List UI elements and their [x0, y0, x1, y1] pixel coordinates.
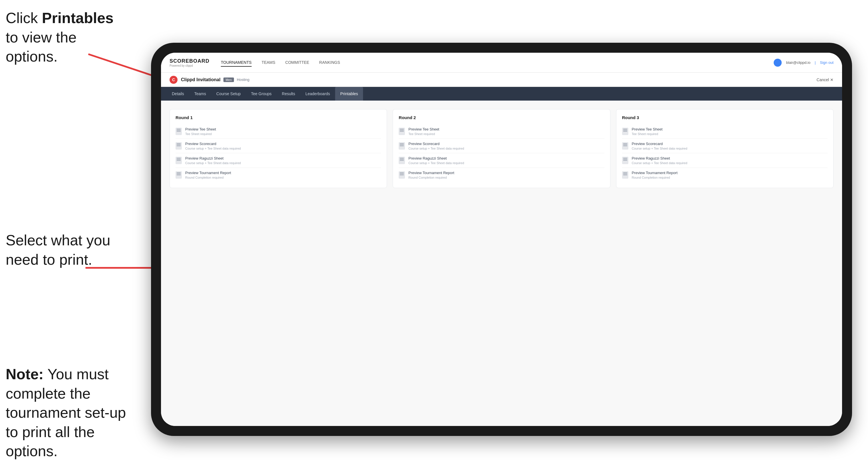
r1-tournament-report-subtitle: Round Completion required [185, 176, 231, 179]
r2-tournament-report-icon [399, 171, 405, 179]
r2-scorecard-title: Preview Scorecard [408, 142, 464, 146]
r3-tournament-report-title: Preview Tournament Report [632, 171, 678, 175]
rounds-grid: Round 1 Preview Tee Sheet Tee Sheet requ… [169, 109, 834, 188]
r3-tee-sheet-subtitle: Tee Sheet required [632, 132, 662, 136]
instruction-bottom: Note: You must complete the tournament s… [6, 365, 128, 461]
r1-tournament-report[interactable]: Preview Tournament Report Round Completi… [176, 168, 381, 182]
nav-teams[interactable]: TEAMS [261, 59, 275, 67]
top-nav: SCOREBOARD Powered by clippd TOURNAMENTS… [161, 53, 842, 73]
r3-raguzzi-icon [622, 157, 628, 164]
top-nav-links: TOURNAMENTS TEAMS COMMITTEE RANKINGS [221, 59, 774, 67]
r1-tee-sheet[interactable]: Preview Tee Sheet Tee Sheet required [176, 124, 381, 139]
r2-tee-sheet-icon [399, 128, 405, 135]
sub-header: C Clippd Invitational Men Hosting Cancel… [161, 73, 842, 87]
r2-tournament-report-subtitle: Round Completion required [408, 176, 454, 179]
r1-tee-sheet-subtitle: Tee Sheet required [185, 132, 216, 136]
r2-tee-sheet-subtitle: Tee Sheet required [408, 132, 439, 136]
user-email: blair@clippd.io [786, 60, 810, 65]
r1-raguzzi-subtitle: Course setup + Tee Sheet data required [185, 161, 241, 165]
tab-results[interactable]: Results [277, 87, 300, 101]
r1-tournament-report-icon [176, 171, 182, 179]
r1-tee-sheet-icon [176, 128, 182, 135]
r3-tournament-report-subtitle: Round Completion required [632, 176, 678, 179]
r3-tournament-report[interactable]: Preview Tournament Report Round Completi… [622, 168, 828, 182]
r2-tournament-report[interactable]: Preview Tournament Report Round Completi… [399, 168, 604, 182]
r1-raguzzi[interactable]: Preview Raguzzi Sheet Course setup + Tee… [176, 153, 381, 168]
r3-scorecard-title: Preview Scorecard [632, 142, 687, 146]
logo-title: SCOREBOARD [169, 58, 210, 64]
round-3-section: Round 3 Preview Tee Sheet Tee Sheet requ… [616, 109, 834, 188]
sign-out-label[interactable]: Sign out [820, 60, 834, 65]
r2-raguzzi-icon [399, 157, 405, 164]
round-1-section: Round 1 Preview Tee Sheet Tee Sheet requ… [169, 109, 387, 188]
r1-scorecard-title: Preview Scorecard [185, 142, 241, 146]
r3-scorecard-subtitle: Course setup + Tee Sheet data required [632, 147, 687, 150]
r1-raguzzi-title: Preview Raguzzi Sheet [185, 156, 241, 160]
r3-scorecard[interactable]: Preview Scorecard Course setup + Tee She… [622, 139, 828, 153]
r2-scorecard-subtitle: Course setup + Tee Sheet data required [408, 147, 464, 150]
nav-rankings[interactable]: RANKINGS [319, 59, 340, 67]
tab-tee-groups[interactable]: Tee Groups [246, 87, 277, 101]
r1-tournament-report-title: Preview Tournament Report [185, 171, 231, 175]
sub-header-logo: C [169, 76, 178, 84]
r3-scorecard-icon [622, 142, 628, 150]
cancel-button[interactable]: Cancel ✕ [817, 77, 834, 82]
r1-scorecard-subtitle: Course setup + Tee Sheet data required [185, 147, 241, 150]
tab-bar: Details Teams Course Setup Tee Groups Re… [161, 87, 842, 101]
r2-raguzzi-subtitle: Course setup + Tee Sheet data required [408, 161, 464, 165]
main-content: Round 1 Preview Tee Sheet Tee Sheet requ… [161, 101, 842, 426]
tab-details[interactable]: Details [167, 87, 189, 101]
logo-area: SCOREBOARD Powered by clippd [169, 58, 210, 67]
r3-tee-sheet-icon [622, 128, 628, 135]
r2-raguzzi-title: Preview Raguzzi Sheet [408, 156, 464, 160]
round-2-section: Round 2 Preview Tee Sheet Tee Sheet requ… [393, 109, 610, 188]
r1-scorecard-icon [176, 142, 182, 150]
top-nav-right: blair@clippd.io | Sign out [774, 59, 834, 67]
tournament-title: Clippd Invitational [181, 77, 221, 82]
tablet-screen: SCOREBOARD Powered by clippd TOURNAMENTS… [161, 53, 842, 426]
tab-teams[interactable]: Teams [189, 87, 211, 101]
nav-committee[interactable]: COMMITTEE [285, 59, 309, 67]
tab-printables[interactable]: Printables [335, 87, 363, 101]
printables-bold: Printables [42, 10, 114, 26]
round-3-title: Round 3 [622, 115, 828, 120]
r3-raguzzi-title: Preview Raguzzi Sheet [632, 156, 687, 160]
instruction-top: Click Printables to view the options. [6, 8, 128, 66]
tournament-badge: Men [223, 77, 234, 82]
r2-tee-sheet[interactable]: Preview Tee Sheet Tee Sheet required [399, 124, 604, 139]
r3-tee-sheet[interactable]: Preview Tee Sheet Tee Sheet required [622, 124, 828, 139]
r3-tournament-report-icon [622, 171, 628, 179]
sign-out-link[interactable]: | [815, 60, 815, 65]
user-avatar [774, 59, 782, 67]
r2-raguzzi[interactable]: Preview Raguzzi Sheet Course setup + Tee… [399, 153, 604, 168]
r1-scorecard[interactable]: Preview Scorecard Course setup + Tee She… [176, 139, 381, 153]
r2-tee-sheet-title: Preview Tee Sheet [408, 127, 439, 131]
r3-raguzzi[interactable]: Preview Raguzzi Sheet Course setup + Tee… [622, 153, 828, 168]
tablet-device: SCOREBOARD Powered by clippd TOURNAMENTS… [151, 43, 852, 436]
instruction-middle: Select what you need to print. [6, 231, 128, 269]
r3-raguzzi-subtitle: Course setup + Tee Sheet data required [632, 161, 687, 165]
r2-scorecard[interactable]: Preview Scorecard Course setup + Tee She… [399, 139, 604, 153]
r3-tee-sheet-title: Preview Tee Sheet [632, 127, 662, 131]
tab-course-setup[interactable]: Course Setup [211, 87, 246, 101]
r1-raguzzi-icon [176, 157, 182, 164]
hosting-label: Hosting [237, 77, 249, 82]
r2-scorecard-icon [399, 142, 405, 150]
r1-tee-sheet-title: Preview Tee Sheet [185, 127, 216, 131]
round-1-title: Round 1 [176, 115, 381, 120]
r2-tournament-report-title: Preview Tournament Report [408, 171, 454, 175]
logo-subtitle: Powered by clippd [169, 64, 210, 67]
round-2-title: Round 2 [399, 115, 604, 120]
tab-leaderboards[interactable]: Leaderboards [300, 87, 335, 101]
nav-tournaments[interactable]: TOURNAMENTS [221, 59, 252, 67]
